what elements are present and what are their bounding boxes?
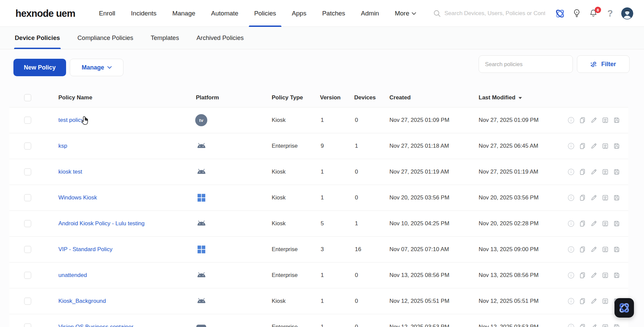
policy-name-link[interactable]: test policy (58, 117, 84, 124)
archive-icon-button[interactable] (602, 246, 609, 253)
policy-name-link[interactable]: kiosk test (58, 169, 82, 175)
edit-icon-button[interactable] (590, 117, 597, 124)
info-icon-button[interactable] (568, 298, 575, 305)
row-checkbox[interactable] (24, 220, 31, 227)
tab-templates[interactable]: Templates (151, 27, 179, 49)
row-checkbox[interactable] (24, 272, 31, 279)
info-icon-button[interactable] (568, 169, 575, 176)
notification-badge: 8 (595, 7, 601, 13)
duplicate-icon-button[interactable] (579, 272, 586, 279)
policy-name-link[interactable]: VIP - Standard Policy (58, 246, 112, 253)
manage-dropdown-button[interactable]: Manage (70, 59, 123, 76)
duplicate-icon-button[interactable] (579, 194, 586, 201)
whats-new-bulb-icon[interactable] (571, 8, 582, 19)
row-checkbox[interactable] (24, 298, 31, 305)
archive-icon-button[interactable] (602, 220, 609, 227)
column-header-version[interactable]: Version (320, 94, 340, 101)
archive-icon-button[interactable] (602, 324, 609, 327)
row-checkbox[interactable] (24, 324, 31, 327)
save-icon-button[interactable] (613, 143, 620, 150)
nav-policies[interactable]: Policies (254, 0, 276, 27)
save-icon-button[interactable] (613, 220, 620, 227)
filter-button[interactable]: Filter (577, 55, 630, 73)
new-policy-button[interactable]: New Policy (13, 59, 66, 76)
row-checkbox[interactable] (24, 117, 31, 124)
notifications-bell-icon[interactable]: 8 (588, 8, 599, 19)
android-platform-icon (196, 220, 207, 227)
nav-admin[interactable]: Admin (361, 0, 379, 27)
archive-icon-button[interactable] (602, 117, 609, 124)
save-icon-button[interactable] (613, 246, 620, 253)
tab-archived-policies[interactable]: Archived Policies (197, 27, 244, 49)
edit-icon-button[interactable] (590, 220, 597, 227)
hexnode-ai-icon[interactable] (554, 8, 566, 19)
info-icon-button[interactable] (568, 324, 575, 327)
nav-patches[interactable]: Patches (322, 0, 345, 27)
policy-name-link[interactable]: ksp (58, 143, 67, 149)
nav-automate[interactable]: Automate (211, 0, 238, 27)
select-all-checkbox[interactable] (24, 94, 31, 101)
info-icon-button[interactable] (568, 246, 575, 253)
duplicate-icon-button[interactable] (579, 298, 586, 305)
column-header-platform[interactable]: Platform (196, 94, 219, 101)
row-checkbox[interactable] (24, 194, 31, 201)
android-platform-icon (196, 143, 207, 149)
archive-icon-button[interactable] (602, 272, 609, 279)
info-icon-button[interactable] (568, 117, 575, 124)
edit-icon-button[interactable] (590, 194, 597, 201)
save-icon-button[interactable] (613, 117, 620, 124)
archive-icon-button[interactable] (602, 298, 609, 305)
row-checkbox[interactable] (24, 169, 31, 176)
tab-compliance-policies[interactable]: Compliance Policies (77, 27, 133, 49)
edit-icon-button[interactable] (590, 324, 597, 327)
column-header-last-modified[interactable]: Last Modified (479, 94, 522, 101)
nav-apps[interactable]: Apps (292, 0, 306, 27)
duplicate-icon-button[interactable] (579, 324, 586, 327)
duplicate-icon-button[interactable] (579, 143, 586, 150)
edit-icon-button[interactable] (590, 246, 597, 253)
row-actions (568, 194, 620, 201)
save-icon-button[interactable] (613, 324, 620, 327)
policy-name-link[interactable]: Vision OS Business container (58, 324, 133, 327)
column-header-policy-name[interactable]: Policy Name (58, 94, 92, 101)
nav-more[interactable]: More (395, 0, 416, 27)
edit-icon-button[interactable] (590, 143, 597, 150)
nav-manage[interactable]: Manage (172, 0, 196, 27)
help-icon[interactable]: ? (604, 8, 616, 19)
duplicate-icon-button[interactable] (579, 246, 586, 253)
duplicate-icon-button[interactable] (579, 169, 586, 176)
duplicate-icon-button[interactable] (579, 117, 586, 124)
save-icon-button[interactable] (613, 272, 620, 279)
global-search-input[interactable] (444, 10, 545, 17)
table-row: kspEnterprise91Nov 27, 2025 01:18 AMNov … (9, 133, 628, 159)
row-checkbox[interactable] (24, 143, 31, 150)
policy-name-link[interactable]: Windows Kiosk (58, 194, 97, 201)
search-policies-input[interactable] (479, 55, 573, 73)
info-icon-button[interactable] (568, 272, 575, 279)
save-icon-button[interactable] (613, 169, 620, 176)
user-avatar[interactable] (621, 7, 633, 19)
info-icon-button[interactable] (568, 194, 575, 201)
row-checkbox[interactable] (24, 246, 31, 253)
global-search (433, 0, 549, 27)
nav-incidents[interactable]: Incidents (131, 0, 157, 27)
archive-icon-button[interactable] (602, 194, 609, 201)
edit-icon-button[interactable] (590, 298, 597, 305)
duplicate-icon-button[interactable] (579, 220, 586, 227)
policy-name-link[interactable]: Android Kiosk Policy - Lulu testing (58, 220, 145, 227)
column-header-devices[interactable]: Devices (354, 94, 376, 101)
nav-enroll[interactable]: Enroll (99, 0, 115, 27)
policy-name-link[interactable]: Kiosk_Background (58, 298, 106, 305)
archive-icon-button[interactable] (602, 143, 609, 150)
info-icon-button[interactable] (568, 143, 575, 150)
archive-icon-button[interactable] (602, 169, 609, 176)
policy-name-link[interactable]: unattended (58, 272, 87, 279)
edit-icon-button[interactable] (590, 169, 597, 176)
column-header-policy-type[interactable]: Policy Type (272, 94, 303, 101)
tab-device-policies[interactable]: Device Policies (15, 27, 60, 49)
hexnode-assistant-fab[interactable] (614, 298, 634, 318)
save-icon-button[interactable] (613, 194, 620, 201)
column-header-created[interactable]: Created (389, 94, 411, 101)
edit-icon-button[interactable] (590, 272, 597, 279)
info-icon-button[interactable] (568, 220, 575, 227)
